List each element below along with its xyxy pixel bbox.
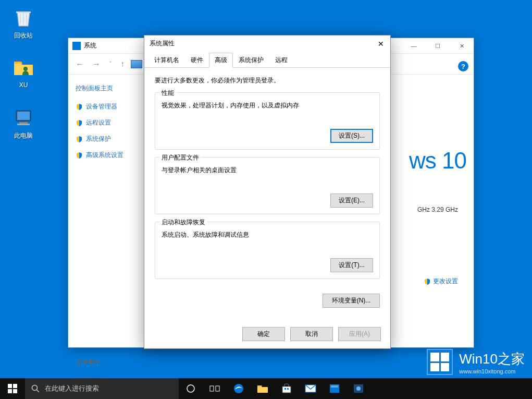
svg-rect-17 (287, 388, 289, 390)
tab-remote[interactable]: 远程 (269, 53, 293, 68)
shield-icon (76, 152, 83, 159)
tab-computer-name[interactable]: 计算机名 (149, 53, 185, 68)
taskbar-edge-icon[interactable] (227, 378, 251, 399)
desktop-icon-label: 回收站 (5, 31, 42, 40)
windows-icon (8, 384, 17, 393)
admin-note: 要进行大多数更改，你必须作为管理员登录。 (155, 76, 380, 85)
desktop-icon-user-folder[interactable]: XU (5, 54, 42, 89)
svg-rect-7 (8, 389, 12, 393)
environment-variables-button[interactable]: 环境变量(N)... (323, 294, 380, 308)
search-placeholder: 在此键入进行搜索 (45, 384, 99, 393)
taskbar-store-icon[interactable] (275, 378, 299, 399)
sidebar-heading: 控制面板主页 (76, 84, 131, 93)
help-button[interactable]: ? (458, 61, 468, 71)
taskbar-app-icon-2[interactable] (347, 378, 370, 399)
shield-icon (76, 103, 83, 111)
profile-settings-button[interactable]: 设置(E)... (330, 194, 373, 208)
sidebar-link-advanced-settings[interactable]: 高级系统设置 (76, 151, 131, 160)
task-view-button[interactable] (203, 378, 227, 399)
path-icon (131, 60, 142, 68)
tab-advanced[interactable]: 高级 (209, 53, 233, 68)
see-also-heading: 另请参阅 (76, 358, 131, 367)
up-button[interactable]: ↑ (118, 59, 127, 69)
tab-system-protection[interactable]: 系统保护 (233, 53, 269, 68)
windows-10-logo-text: ws 10 (409, 148, 466, 174)
taskbar-explorer-icon[interactable] (251, 378, 275, 399)
user-profile-group: 用户配置文件 与登录帐户相关的桌面设置 设置(E)... (155, 157, 380, 214)
taskbar-mail-icon[interactable] (299, 378, 323, 399)
watermark: Win10之家 www.win10xitong.com (427, 349, 525, 375)
desktop-icon-recycle-bin[interactable]: 回收站 (5, 4, 42, 40)
watermark-title: Win10之家 (459, 350, 525, 368)
desktop-icon-this-pc[interactable]: 此电脑 (5, 104, 42, 140)
back-button[interactable]: ← (73, 59, 86, 69)
svg-rect-20 (331, 385, 338, 388)
sidebar-link-system-protection[interactable]: 系统保护 (76, 135, 131, 143)
recycle-bin-icon (11, 4, 36, 29)
svg-rect-13 (216, 386, 219, 391)
ok-button[interactable]: 确定 (242, 327, 285, 341)
svg-point-14 (234, 384, 243, 393)
performance-settings-button[interactable]: 设置(S)... (330, 129, 373, 143)
sidebar-link-remote-settings[interactable]: 远程设置 (76, 118, 131, 127)
group-label: 性能 (159, 89, 176, 98)
dialog-close-button[interactable]: ✕ (375, 39, 387, 49)
svg-rect-12 (210, 386, 214, 391)
sidebar: 控制面板主页 设备管理器 远程设置 系统保护 高级系统设置 另请参阅 安全和维护 (68, 75, 139, 347)
svg-rect-2 (17, 112, 30, 120)
watermark-url: www.win10xitong.com (459, 368, 525, 374)
cortana-button[interactable] (179, 378, 203, 399)
sidebar-link-device-manager[interactable]: 设备管理器 (76, 102, 131, 111)
shield-icon (76, 119, 83, 127)
svg-point-9 (32, 385, 38, 391)
shield-icon (424, 278, 431, 285)
dialog-tabs: 计算机名 硬件 高级 系统保护 远程 (144, 52, 390, 68)
tab-hardware[interactable]: 硬件 (185, 53, 209, 68)
group-description: 系统启动、系统故障和调试信息 (162, 231, 373, 239)
taskbar: 在此键入进行搜索 (0, 378, 532, 399)
group-description: 视觉效果，处理器计划，内存使用，以及虚拟内存 (162, 101, 373, 110)
svg-point-22 (356, 386, 361, 391)
desktop-icon-label: 此电脑 (5, 131, 42, 140)
folder-icon (11, 54, 36, 79)
svg-rect-16 (284, 388, 286, 390)
cpu-info-text: GHz 3.29 GHz (417, 206, 458, 213)
svg-rect-8 (13, 389, 17, 393)
start-button[interactable] (0, 378, 25, 399)
startup-recovery-group: 启动和故障恢复 系统启动、系统故障和调试信息 设置(T)... (155, 222, 380, 279)
svg-rect-3 (19, 122, 28, 124)
forward-button[interactable]: → (90, 59, 103, 69)
computer-icon (11, 104, 36, 129)
svg-rect-15 (282, 386, 291, 393)
history-dropdown[interactable]: ˅ (107, 61, 114, 68)
taskbar-search[interactable]: 在此键入进行搜索 (25, 378, 179, 399)
shield-icon (76, 136, 83, 143)
desktop-icon-label: XU (5, 81, 42, 89)
svg-rect-5 (8, 384, 12, 388)
change-settings-link[interactable]: 更改设置 (424, 277, 458, 286)
group-description: 与登录帐户相关的桌面设置 (162, 166, 373, 175)
system-properties-dialog: 系统属性 ✕ 计算机名 硬件 高级 系统保护 远程 要进行大多数更改，你必须作为… (144, 35, 391, 349)
startup-settings-button[interactable]: 设置(T)... (330, 258, 373, 272)
maximize-button[interactable]: ☐ (426, 38, 450, 54)
watermark-logo-icon (427, 349, 453, 375)
svg-line-10 (37, 390, 40, 393)
cancel-button[interactable]: 取消 (290, 327, 333, 341)
close-button[interactable]: ✕ (450, 38, 474, 54)
window-icon (72, 42, 81, 50)
apply-button[interactable]: 应用(A) (338, 327, 381, 341)
performance-group: 性能 视觉效果，处理器计划，内存使用，以及虚拟内存 设置(S)... (155, 92, 380, 150)
dialog-title: 系统属性 (144, 35, 390, 51)
svg-point-11 (187, 385, 194, 392)
minimize-button[interactable]: — (402, 38, 426, 54)
svg-point-0 (23, 67, 28, 71)
taskbar-app-icon[interactable] (323, 378, 347, 399)
group-label: 启动和故障恢复 (159, 218, 207, 227)
group-label: 用户配置文件 (159, 153, 201, 162)
svg-rect-6 (13, 384, 17, 388)
search-icon (31, 384, 40, 393)
svg-rect-4 (17, 124, 30, 125)
